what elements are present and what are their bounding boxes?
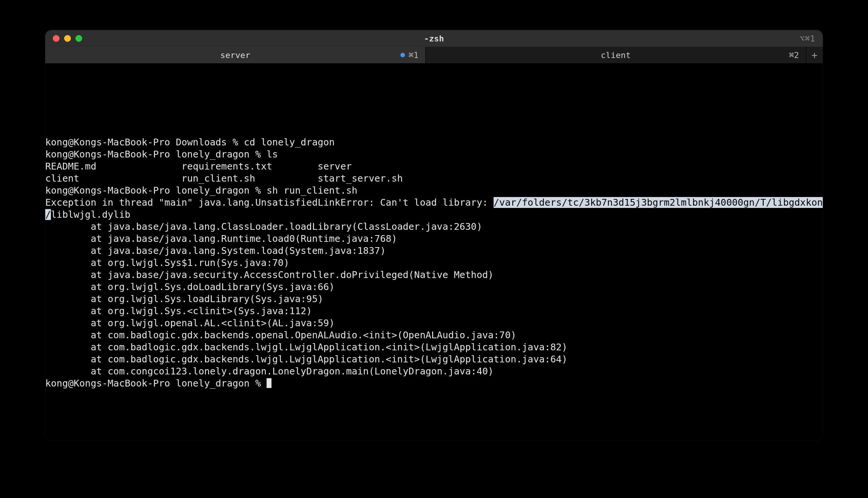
activity-dot-icon [400,53,405,57]
new-tab-button[interactable]: + [806,47,823,63]
tab-server[interactable]: server ⌘1 [45,47,426,63]
stack-line: at org.lwjgl.Sys.loadLibrary(Sys.java:95… [45,293,324,304]
highlighted-path: /var/folders/tc/3kb7n3d15j3bgrm2lmlbnkj4… [494,197,823,208]
stack-line: at org.lwjgl.Sys.doLoadLibrary(Sys.java:… [45,281,335,292]
terminal-line: client run_client.sh start_server.sh [45,173,403,184]
minimize-button[interactable] [64,35,71,42]
stack-line: at java.base/java.lang.System.load(Syste… [45,245,386,256]
stack-line: at java.base/java.lang.ClassLoader.loadL… [45,221,482,232]
tab-label: server [220,50,250,60]
titlebar: -zsh ⌥⌘1 [45,30,823,47]
terminal-line: kong@Kongs-MacBook-Pro Downloads % cd lo… [45,137,335,148]
terminal-window: -zsh ⌥⌘1 server ⌘1 client ⌘2 + kong@Kong… [45,30,823,441]
stack-line: at com.congcoi123.lonely.dragon.LonelyDr… [45,366,494,377]
tab-bar: server ⌘1 client ⌘2 + [45,47,823,63]
stack-line: at com.badlogic.gdx.backends.lwjgl.Lwjgl… [45,354,567,365]
traffic-lights [45,35,82,42]
terminal-line: kong@Kongs-MacBook-Pro lonely_dragon % s… [45,185,357,196]
tab-shortcut: ⌘1 [400,50,419,60]
terminal-content: kong@Kongs-MacBook-Pro Downloads % cd lo… [45,87,823,390]
tab-shortcut-text: ⌘1 [409,50,419,60]
tab-client[interactable]: client ⌘2 [426,47,806,63]
close-button[interactable] [53,35,60,42]
stack-line: at com.badlogic.gdx.backends.openal.Open… [45,330,516,341]
highlighted-path: / [45,209,51,220]
stack-line: at java.base/java.lang.Runtime.load0(Run… [45,233,397,244]
tab-label: client [601,50,630,60]
maximize-button[interactable] [75,35,82,42]
terminal-line: kong@Kongs-MacBook-Pro lonely_dragon % l… [45,149,278,160]
tab-shortcut-text: ⌘2 [789,50,799,60]
shell-prompt: kong@Kongs-MacBook-Pro lonely_dragon % [45,378,267,389]
exception-suffix: liblwjgl.dylib [51,209,130,220]
stack-line: at org.lwjgl.openal.AL.<clinit>(AL.java:… [45,318,335,328]
terminal-viewport[interactable]: kong@Kongs-MacBook-Pro Downloads % cd lo… [45,63,823,441]
plus-icon: + [811,49,817,61]
cursor-icon [267,378,271,388]
window-title: -zsh [45,34,823,43]
stack-line: at org.lwjgl.Sys.<clinit>(Sys.java:112) [45,306,312,316]
terminal-line: README.md requirements.txt server [45,161,352,172]
window-shortcut-hint: ⌥⌘1 [800,34,823,43]
stack-line: at com.badlogic.gdx.backends.lwjgl.Lwjgl… [45,342,567,353]
stack-line: at java.base/java.security.AccessControl… [45,269,494,280]
exception-prefix: Exception in thread "main" java.lang.Uns… [45,197,494,208]
stack-line: at org.lwjgl.Sys$1.run(Sys.java:70) [45,257,289,268]
tab-shortcut: ⌘2 [789,50,799,60]
